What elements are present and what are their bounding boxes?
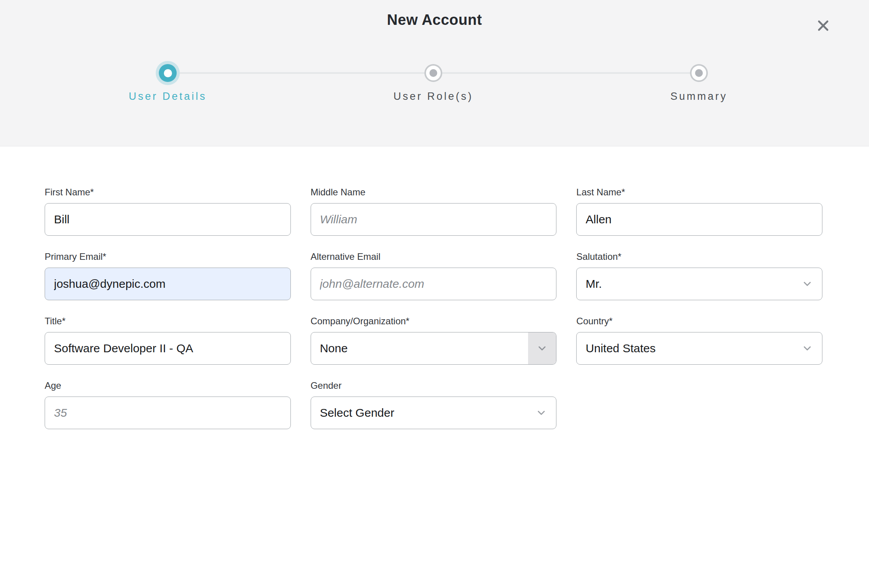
step-circle-upcoming	[690, 61, 708, 85]
modal-header: New Account User Details User Role(s)	[0, 0, 869, 146]
field-alternative-email: Alternative Email	[311, 251, 557, 300]
age-label: Age	[45, 380, 291, 391]
field-primary-email: Primary Email*	[45, 251, 291, 300]
middle-name-input[interactable]	[311, 203, 557, 236]
chevron-down-icon	[801, 278, 813, 290]
primary-email-input[interactable]	[45, 268, 291, 300]
gender-value: Select Gender	[320, 406, 531, 419]
field-last-name: Last Name*	[576, 187, 822, 236]
last-name-input[interactable]	[576, 203, 822, 236]
company-value: None	[311, 332, 528, 364]
stepper-step-summary[interactable]: Summary	[566, 61, 832, 103]
stepper-step-user-details[interactable]: User Details	[35, 61, 301, 103]
step-circle-upcoming	[424, 61, 442, 85]
chevron-down-icon	[801, 343, 813, 354]
close-button[interactable]	[815, 17, 832, 34]
first-name-label: First Name*	[45, 187, 291, 198]
company-dropdown-button[interactable]	[528, 332, 556, 364]
country-value: United States	[586, 342, 797, 355]
first-name-input[interactable]	[45, 203, 291, 236]
step-label-user-details: User Details	[129, 90, 207, 103]
gender-select[interactable]: Select Gender	[311, 397, 557, 429]
chevron-down-icon	[536, 343, 548, 354]
step-label-user-roles: User Role(s)	[393, 90, 473, 103]
step-label-summary: Summary	[670, 90, 727, 103]
title-label: Title*	[45, 316, 291, 327]
middle-name-label: Middle Name	[311, 187, 557, 198]
primary-email-label: Primary Email*	[45, 251, 291, 262]
salutation-select[interactable]: Mr.	[576, 268, 822, 300]
alternative-email-label: Alternative Email	[311, 251, 557, 262]
field-gender: Gender Select Gender	[311, 380, 557, 429]
field-first-name: First Name*	[45, 187, 291, 236]
age-input[interactable]	[45, 397, 291, 429]
close-icon	[816, 18, 831, 33]
company-select[interactable]: None	[311, 332, 557, 365]
field-company: Company/Organization* None	[311, 316, 557, 365]
field-middle-name: Middle Name	[311, 187, 557, 236]
field-salutation: Salutation* Mr.	[576, 251, 822, 300]
country-select[interactable]: United States	[576, 332, 822, 365]
company-label: Company/Organization*	[311, 316, 557, 327]
chevron-down-icon	[535, 407, 547, 419]
stepper: User Details User Role(s) Summary	[35, 61, 832, 103]
title-input[interactable]	[45, 332, 291, 365]
field-age: Age	[45, 380, 291, 429]
alternative-email-input[interactable]	[311, 268, 557, 300]
country-label: Country*	[576, 316, 822, 327]
salutation-value: Mr.	[586, 277, 797, 291]
gender-label: Gender	[311, 380, 557, 391]
stepper-step-user-roles[interactable]: User Role(s)	[301, 61, 566, 103]
salutation-label: Salutation*	[576, 251, 822, 262]
field-country: Country* United States	[576, 316, 822, 365]
last-name-label: Last Name*	[576, 187, 822, 198]
page-title: New Account	[0, 12, 869, 28]
field-title: Title*	[45, 316, 291, 365]
step-circle-active	[156, 61, 180, 85]
user-details-form: First Name* Middle Name Last Name* Prima…	[0, 146, 869, 429]
